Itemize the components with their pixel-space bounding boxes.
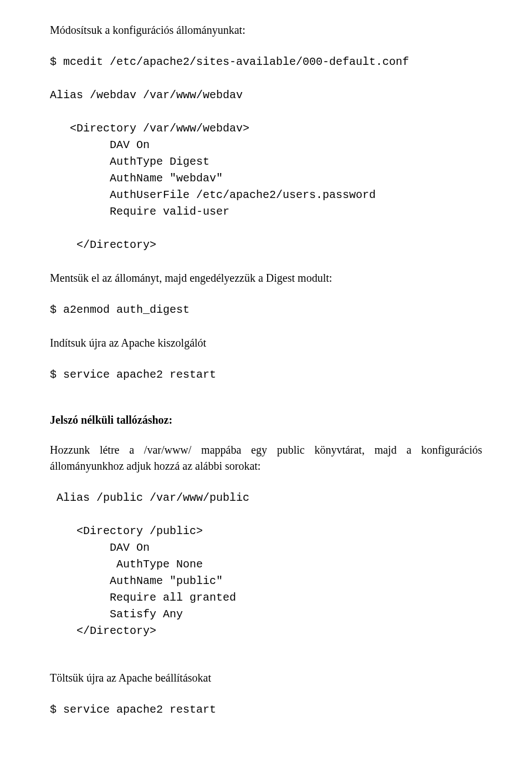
config-directory-block-2: <Directory /public> DAV On AuthType None… [50, 523, 482, 639]
config-line: AuthType Digest [50, 154, 482, 170]
command-mcedit: $ mcedit /etc/apache2/sites-available/00… [50, 54, 482, 70]
command-restart-2: $ service apache2 restart [50, 702, 482, 718]
config-line: Require valid-user [50, 204, 482, 220]
config-line: Satisfy Any [50, 606, 482, 623]
config-line: </Directory> [50, 237, 482, 253]
command-block-4: $ service apache2 restart [50, 702, 482, 718]
paragraph-save: Mentsük el az állományt, majd engedélyez… [50, 270, 482, 286]
config-block-1: Alias /webdav /var/www/webdav [50, 87, 482, 104]
paragraph-public: Hozzunk létre a /var/www/ mappába egy pu… [50, 442, 482, 474]
config-line: <Directory /public> [50, 523, 482, 540]
config-line: Require all granted [50, 590, 482, 606]
config-line: DAV On [50, 137, 482, 154]
command-block-2: $ a2enmod auth_digest [50, 302, 482, 318]
command-restart-1: $ service apache2 restart [50, 367, 482, 383]
paragraph-reload: Töltsük újra az Apache beállításokat [50, 670, 482, 686]
intro-paragraph: Módosítsuk a konfigurációs állományunkat… [50, 22, 482, 38]
config-line: <Directory /var/www/webdav> [50, 120, 482, 137]
command-a2enmod: $ a2enmod auth_digest [50, 302, 482, 318]
config-block-2: Alias /public /var/www/public [50, 490, 482, 506]
config-line: Alias /public /var/www/public [50, 490, 482, 506]
heading-no-password: Jelszó nélküli tallózáshoz: [50, 414, 482, 426]
config-line: AuthName "public" [50, 573, 482, 590]
config-directory-block-1: <Directory /var/www/webdav> DAV On AuthT… [50, 120, 482, 220]
config-line: AuthName "webdav" [50, 170, 482, 187]
document-page: Módosítsuk a konfigurációs állományunkat… [0, 0, 532, 751]
paragraph-restart: Indítsuk újra az Apache kiszolgálót [50, 335, 482, 351]
command-block-3: $ service apache2 restart [50, 367, 482, 383]
config-line: AuthUserFile /etc/apache2/users.password [50, 187, 482, 204]
command-block-1: $ mcedit /etc/apache2/sites-available/00… [50, 54, 482, 70]
config-line: DAV On [50, 540, 482, 556]
config-line: AuthType None [50, 556, 482, 573]
config-line: </Directory> [50, 623, 482, 639]
config-close-block-1: </Directory> [50, 237, 482, 253]
config-line: Alias /webdav /var/www/webdav [50, 87, 482, 104]
